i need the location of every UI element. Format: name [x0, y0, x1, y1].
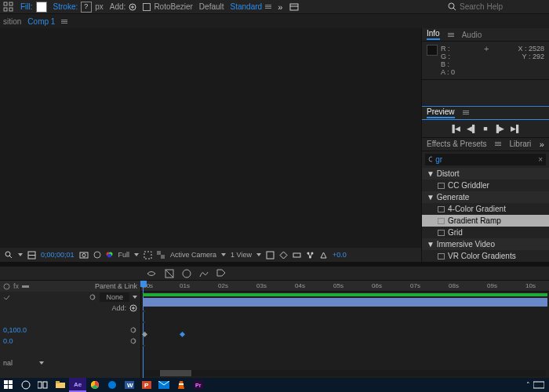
motion-blur-icon[interactable]: [182, 269, 191, 278]
shy-icon[interactable]: [146, 269, 157, 278]
effects-search-input[interactable]: [435, 155, 535, 164]
property-anchor[interactable]: 0,100.0: [0, 325, 140, 336]
mail-icon[interactable]: [155, 378, 173, 392]
effects-item[interactable]: 4-Color Gradient: [422, 203, 549, 215]
viewer-canvas[interactable]: [0, 28, 421, 248]
file-explorer-icon[interactable]: [52, 378, 69, 392]
powerpoint-icon[interactable]: P: [138, 378, 155, 392]
timeline-tracks[interactable]: :00s01s02s03s04s05s06s07s08s09s10s: [141, 281, 549, 378]
blend-mode-value[interactable]: nal: [3, 359, 13, 367]
blend-mode-arrow-icon[interactable]: [39, 361, 44, 365]
work-area-bar[interactable]: [143, 293, 547, 296]
tab-info[interactable]: Info: [427, 29, 440, 40]
timecode-display[interactable]: 0;00;00;01: [41, 251, 75, 259]
zero-value[interactable]: 0.0: [3, 337, 13, 345]
frame-blend-icon[interactable]: [165, 269, 174, 278]
effects-item[interactable]: CC Griddler: [422, 180, 549, 191]
next-frame-button[interactable]: ▐▶: [494, 125, 504, 132]
search-icon[interactable]: [448, 2, 456, 11]
word-icon[interactable]: W: [121, 378, 138, 392]
first-frame-button[interactable]: ▐◀: [450, 125, 460, 132]
parent-dropdown-arrow-icon[interactable]: [133, 296, 137, 299]
keyboard-icon[interactable]: [533, 381, 544, 389]
timeline-scroll-thumb[interactable]: [160, 370, 191, 376]
info-menu-icon[interactable]: [448, 33, 454, 37]
effects-item[interactable]: Gradient Ramp: [422, 215, 549, 227]
view-count-dropdown[interactable]: 1 View: [231, 251, 252, 259]
effects-item[interactable]: VR Color Gradients: [422, 250, 549, 262]
rotobezier-checkbox[interactable]: [143, 3, 151, 11]
keyframe-2[interactable]: [180, 332, 185, 337]
start-button[interactable]: [0, 378, 17, 392]
libraries-tab[interactable]: Librari: [510, 140, 532, 148]
zoom-dropdown-icon[interactable]: [18, 253, 23, 256]
fast-preview-icon[interactable]: [279, 251, 288, 260]
switches-icon[interactable]: [22, 283, 29, 290]
vlc-icon[interactable]: [173, 378, 190, 392]
preview-title[interactable]: Preview: [427, 107, 455, 118]
effects-search-clear-icon[interactable]: ×: [538, 155, 543, 164]
transparency-grid-icon[interactable]: [157, 251, 165, 260]
add-icon[interactable]: [129, 3, 136, 11]
edge-icon[interactable]: [104, 378, 121, 392]
premiere-icon[interactable]: Pr: [190, 378, 207, 392]
pickwhip-icon-2[interactable]: [129, 326, 137, 334]
camera-dropdown[interactable]: Active Camera: [170, 251, 216, 259]
composition-tab[interactable]: sition: [3, 17, 21, 26]
home-icon[interactable]: [289, 2, 300, 12]
after-effects-icon[interactable]: Ae: [69, 378, 86, 392]
time-ruler[interactable]: :00s01s02s03s04s05s06s07s08s09s10s: [141, 281, 549, 292]
cortana-icon[interactable]: [17, 378, 35, 392]
effects-overflow-icon[interactable]: »: [540, 140, 544, 149]
comp-mini-flowchart-icon[interactable]: [306, 251, 314, 260]
anchor-value[interactable]: 0,100.0: [3, 326, 27, 334]
workspace-default[interactable]: Default: [199, 2, 224, 11]
renderer-icon[interactable]: [319, 251, 328, 260]
resolution-arrow-icon[interactable]: [134, 253, 139, 256]
parent-none-dropdown[interactable]: None: [100, 292, 129, 302]
pickwhip-icon-3[interactable]: [129, 337, 137, 345]
fill-swatch[interactable]: [36, 2, 47, 13]
workspace-menu-icon[interactable]: [265, 5, 271, 9]
camera-arrow-icon[interactable]: [221, 253, 226, 256]
magnify-icon[interactable]: [5, 251, 13, 260]
app-icon[interactable]: [3, 2, 14, 13]
workspace-standard[interactable]: Standard: [231, 2, 263, 11]
timeline-scrollbar[interactable]: [144, 370, 546, 376]
pixel-aspect-icon[interactable]: [266, 251, 274, 260]
show-snapshot-icon[interactable]: [93, 251, 101, 259]
property-zero[interactable]: 0.0: [0, 336, 140, 347]
blend-mode-row[interactable]: nal: [0, 358, 140, 368]
play-button[interactable]: ■: [483, 125, 487, 132]
timeline-icon[interactable]: [293, 251, 301, 260]
av-features-icon[interactable]: [3, 283, 10, 290]
comp-name[interactable]: Comp 1: [27, 17, 55, 26]
preview-menu-icon[interactable]: [463, 111, 469, 114]
tab-audio[interactable]: Audio: [462, 31, 482, 39]
effects-category[interactable]: ▼ Distort: [422, 168, 549, 180]
search-help-input[interactable]: [460, 2, 546, 11]
effects-category[interactable]: ▼ Generate: [422, 191, 549, 203]
stroke-swatch[interactable]: [81, 2, 92, 13]
layer-toggle-icon[interactable]: [3, 294, 10, 301]
effects-title[interactable]: Effects & Presets: [427, 140, 487, 148]
comp-menu-icon[interactable]: [61, 20, 67, 24]
effects-menu-icon[interactable]: [495, 142, 501, 146]
tag-icon[interactable]: [216, 269, 226, 278]
region-icon[interactable]: [144, 251, 152, 260]
prev-frame-button[interactable]: ◀▌: [467, 125, 477, 132]
overflow-icon[interactable]: »: [278, 2, 282, 12]
channel-icon[interactable]: [106, 251, 114, 259]
comp-flowchart-icon[interactable]: [27, 251, 36, 260]
exposure-value[interactable]: +0.0: [333, 251, 347, 259]
resolution-dropdown[interactable]: Full: [118, 251, 130, 259]
stroke-width-unit[interactable]: px: [95, 2, 104, 11]
layer-duration-bar[interactable]: [143, 298, 547, 307]
add-property-icon[interactable]: [129, 304, 137, 312]
tray-up-icon[interactable]: ˄: [526, 381, 530, 389]
layer-row-1[interactable]: None: [0, 292, 140, 303]
label-header-icon[interactable]: fx: [13, 282, 19, 290]
chrome-icon[interactable]: [86, 378, 104, 392]
last-frame-button[interactable]: ▶▌: [511, 125, 521, 132]
task-view-icon[interactable]: [35, 378, 52, 392]
